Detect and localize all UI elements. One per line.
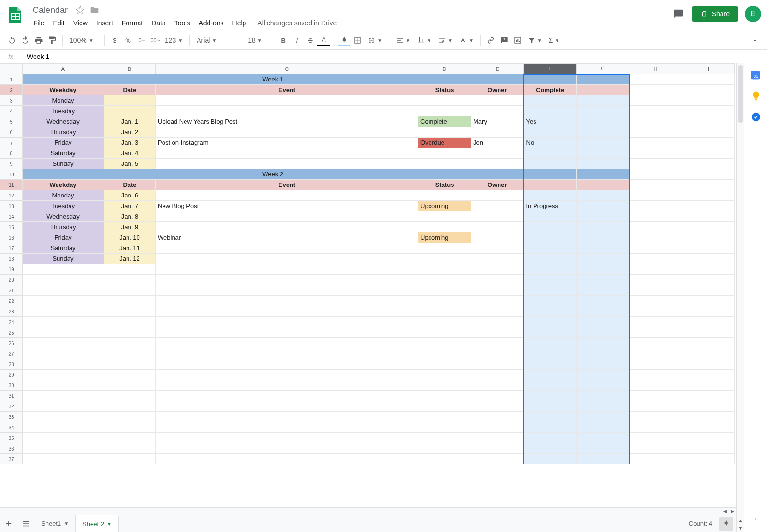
cell-C6[interactable] (156, 127, 418, 138)
cell-I25[interactable] (682, 327, 735, 338)
header-cell-E11[interactable]: Owner (471, 180, 524, 190)
cell-C19[interactable] (156, 264, 418, 275)
cell-B12[interactable]: Jan. 6 (104, 190, 156, 201)
move-folder-icon[interactable] (90, 5, 99, 15)
column-header-A[interactable]: A (23, 64, 104, 74)
cell-A30[interactable] (23, 380, 104, 391)
row-header-25[interactable]: 25 (0, 327, 23, 338)
cell-D25[interactable] (418, 327, 471, 338)
cell-I35[interactable] (682, 433, 735, 443)
cell-E26[interactable] (471, 338, 524, 348)
menu-add-ons[interactable]: Add-ons (195, 17, 227, 29)
cell-B21[interactable] (104, 285, 156, 296)
header-cell-A11[interactable]: Weekday (23, 180, 104, 190)
header-cell-C2[interactable]: Event (156, 85, 418, 95)
cell-F34[interactable] (524, 422, 577, 433)
header-cell-F2[interactable]: Complete (524, 85, 577, 95)
column-header-F[interactable]: F (524, 64, 577, 74)
cell-B30[interactable] (104, 380, 156, 391)
cell-H25[interactable] (629, 327, 682, 338)
insert-link-button[interactable] (485, 34, 497, 46)
cell-C4[interactable] (156, 106, 418, 116)
cell-D34[interactable] (418, 422, 471, 433)
cell-H18[interactable] (629, 254, 682, 264)
currency-button[interactable]: $ (108, 34, 121, 46)
cell-B8[interactable]: Jan. 4 (104, 148, 156, 159)
cell-I30[interactable] (682, 380, 735, 391)
cell-H19[interactable] (629, 264, 682, 275)
row-header-19[interactable]: 19 (0, 264, 23, 275)
cell-I8[interactable] (682, 148, 735, 159)
cell-F7[interactable]: No (524, 138, 577, 148)
cell-I1[interactable] (682, 74, 735, 85)
menu-edit[interactable]: Edit (49, 17, 69, 29)
column-header-B[interactable]: B (104, 64, 156, 74)
calendar-addon-icon[interactable]: 31 (750, 69, 762, 81)
cell-C15[interactable] (156, 222, 418, 232)
row-header-16[interactable]: 16 (0, 232, 23, 243)
cell-A4[interactable]: Tuesday (23, 106, 104, 116)
header-cell-A2[interactable]: Weekday (23, 85, 104, 95)
cell-F30[interactable] (524, 380, 577, 391)
comments-button[interactable] (672, 7, 685, 21)
cell-G12[interactable] (577, 190, 629, 201)
cell-C37[interactable] (156, 454, 418, 464)
cell-D37[interactable] (418, 454, 471, 464)
cell-F3[interactable] (524, 95, 577, 106)
cell-B6[interactable]: Jan. 2 (104, 127, 156, 138)
cell-H31[interactable] (629, 391, 682, 401)
vertical-scrollbar[interactable]: ▲ ▼ (736, 63, 744, 532)
cell-F4[interactable] (524, 106, 577, 116)
cell-B20[interactable] (104, 275, 156, 285)
cell-B26[interactable] (104, 338, 156, 348)
cell-I36[interactable] (682, 443, 735, 454)
cell-H5[interactable] (629, 116, 682, 127)
cell-E27[interactable] (471, 348, 524, 359)
cell-B13[interactable]: Jan. 7 (104, 201, 156, 211)
menu-file[interactable]: File (30, 17, 48, 29)
cell-D6[interactable] (418, 127, 471, 138)
row-header-3[interactable]: 3 (0, 95, 23, 106)
menu-data[interactable]: Data (148, 17, 170, 29)
cell-A31[interactable] (23, 391, 104, 401)
cell-I24[interactable] (682, 317, 735, 327)
cell-G2[interactable] (577, 85, 629, 95)
cell-B14[interactable]: Jan. 8 (104, 211, 156, 222)
cell-D21[interactable] (418, 285, 471, 296)
cell-C5[interactable]: Upload New Years Blog Post (156, 116, 418, 127)
cell-I29[interactable] (682, 370, 735, 380)
cell-H22[interactable] (629, 296, 682, 306)
cell-C20[interactable] (156, 275, 418, 285)
cell-I13[interactable] (682, 201, 735, 211)
row-header-28[interactable]: 28 (0, 359, 23, 370)
cell-I3[interactable] (682, 95, 735, 106)
cell-I28[interactable] (682, 359, 735, 370)
cell-G14[interactable] (577, 211, 629, 222)
cell-H15[interactable] (629, 222, 682, 232)
cell-C9[interactable] (156, 159, 418, 169)
cell-F31[interactable] (524, 391, 577, 401)
cell-F8[interactable] (524, 148, 577, 159)
zoom-select[interactable]: 100%▼ (67, 34, 100, 46)
cell-B34[interactable] (104, 422, 156, 433)
cell-I9[interactable] (682, 159, 735, 169)
cell-F17[interactable] (524, 243, 577, 254)
cell-D27[interactable] (418, 348, 471, 359)
cell-I21[interactable] (682, 285, 735, 296)
cell-I14[interactable] (682, 211, 735, 222)
cell-H26[interactable] (629, 338, 682, 348)
cell-I26[interactable] (682, 338, 735, 348)
cell-C31[interactable] (156, 391, 418, 401)
tasks-addon-icon[interactable] (750, 111, 762, 123)
menu-tools[interactable]: Tools (171, 17, 194, 29)
cell-D12[interactable] (418, 190, 471, 201)
horizontal-scrollbar[interactable]: ◀ ▶ (0, 507, 736, 515)
row-header-17[interactable]: 17 (0, 243, 23, 254)
cell-E21[interactable] (471, 285, 524, 296)
formula-input[interactable] (22, 53, 767, 60)
cell-B9[interactable]: Jan. 5 (104, 159, 156, 169)
row-header-6[interactable]: 6 (0, 127, 23, 138)
cell-F13[interactable]: In Progress (524, 201, 577, 211)
cell-A25[interactable] (23, 327, 104, 338)
cell-A27[interactable] (23, 348, 104, 359)
